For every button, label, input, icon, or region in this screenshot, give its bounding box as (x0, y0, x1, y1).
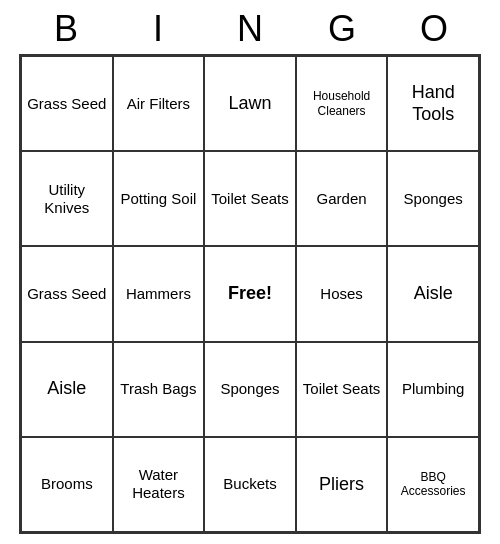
bingo-cell-18: Toilet Seats (296, 342, 388, 437)
bingo-letter-O: O (392, 8, 476, 50)
bingo-letter-I: I (116, 8, 200, 50)
bingo-cell-9: Sponges (387, 151, 479, 246)
bingo-cell-17: Sponges (204, 342, 296, 437)
bingo-cell-20: Brooms (21, 437, 113, 532)
bingo-cell-19: Plumbing (387, 342, 479, 437)
bingo-cell-10: Grass Seed (21, 246, 113, 341)
bingo-grid: Grass SeedAir FiltersLawnHousehold Clean… (19, 54, 481, 534)
bingo-cell-3: Household Cleaners (296, 56, 388, 151)
bingo-cell-1: Air Filters (113, 56, 205, 151)
bingo-header: BINGO (20, 0, 480, 54)
bingo-letter-N: N (208, 8, 292, 50)
bingo-cell-14: Aisle (387, 246, 479, 341)
bingo-cell-5: Utility Knives (21, 151, 113, 246)
bingo-cell-16: Trash Bags (113, 342, 205, 437)
bingo-cell-8: Garden (296, 151, 388, 246)
bingo-cell-11: Hammers (113, 246, 205, 341)
bingo-cell-13: Hoses (296, 246, 388, 341)
bingo-cell-21: Water Heaters (113, 437, 205, 532)
bingo-cell-23: Pliers (296, 437, 388, 532)
bingo-letter-B: B (24, 8, 108, 50)
bingo-cell-7: Toilet Seats (204, 151, 296, 246)
bingo-cell-2: Lawn (204, 56, 296, 151)
bingo-cell-6: Potting Soil (113, 151, 205, 246)
bingo-letter-G: G (300, 8, 384, 50)
bingo-cell-0: Grass Seed (21, 56, 113, 151)
bingo-cell-12: Free! (204, 246, 296, 341)
bingo-cell-22: Buckets (204, 437, 296, 532)
bingo-cell-15: Aisle (21, 342, 113, 437)
bingo-cell-24: BBQ Accessories (387, 437, 479, 532)
bingo-cell-4: Hand Tools (387, 56, 479, 151)
